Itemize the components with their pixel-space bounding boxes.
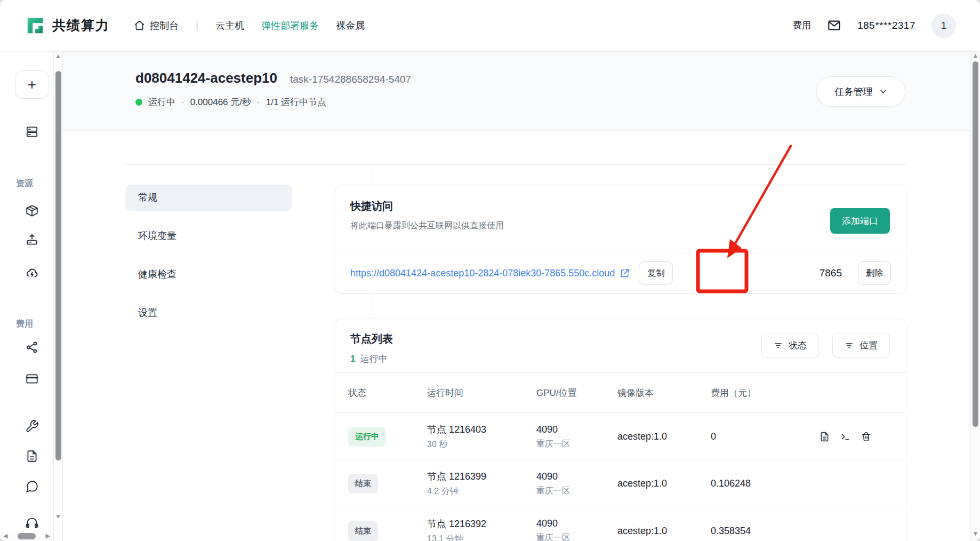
tab-health-check[interactable]: 健康检查 [125,261,292,288]
running-count-label: 运行中 [360,353,387,365]
table-header: 状态 运行时间 GPU/位置 镜像版本 费用（元） [335,373,906,413]
package-icon[interactable] [25,204,39,218]
log-icon[interactable] [819,431,830,442]
status-text: 运行中 [148,96,175,108]
scroll-right-arrow[interactable]: ▶ [46,533,50,539]
nav-item-console[interactable]: 控制台 [134,19,179,32]
task-manage-button[interactable]: 任务管理 [816,76,905,107]
node-count-text: 1/1 运行中节点 [266,96,326,108]
brand-logo-icon [25,15,45,36]
server-stack-icon[interactable] [25,125,39,139]
nav-item-cloud-host[interactable]: 云主机 [215,19,244,32]
tab-general[interactable]: 常规 [125,185,292,211]
nav-item-label: 裸金属 [336,19,365,32]
task-manage-label: 任务管理 [834,85,873,98]
nav-divider: | [196,19,198,31]
port-number: 7865 [820,267,842,279]
tab-settings[interactable]: 设置 [125,300,292,326]
filter-status-button[interactable]: 状态 [761,333,819,358]
node-cost: 0 [711,431,807,442]
nav-item-elastic-deploy[interactable]: 弹性部署服务 [261,19,319,32]
left-sidebar: + 资源 费用 [0,51,53,541]
add-port-button[interactable]: 添加端口 [830,208,890,234]
nav-fee-link[interactable]: 费用 [793,19,811,31]
chat-icon[interactable] [25,480,39,494]
quick-access-subtitle: 将此端口暴露到公共互联网以供直接使用 [350,220,891,232]
cloud-power-icon[interactable] [25,266,39,280]
filter-icon [774,341,783,350]
filter-bar: 状态 位置 [761,333,890,358]
service-url: https://d08041424-acestep10-2824-078iek3… [350,268,615,279]
scroll-down-arrow[interactable]: ▼ [54,513,62,520]
node-gpu: 4090 [536,424,617,435]
node-cost: 0.358354 [711,526,807,537]
brand-logo-link[interactable]: 共绩算力 [25,15,110,36]
nav-links: 控制台 | 云主机 弹性部署服务 裸金属 [134,19,365,32]
port-row: https://d08041424-acestep10-2824-078iek3… [335,253,906,293]
column-header-gpu: GPU/位置 [536,387,617,399]
create-task-button[interactable]: + [15,70,49,99]
home-icon [134,20,145,31]
scroll-left-arrow[interactable]: ◀ [3,533,7,539]
sidebar-horizontal-scrollbar: ◀ ▶ [0,531,53,541]
upload-image-icon[interactable] [25,233,39,246]
task-id: task-1754288658294-5407 [290,74,411,85]
chevron-down-icon [879,87,887,96]
node-image: acestep:1.0 [617,478,711,489]
avatar[interactable]: 1 [931,13,956,38]
service-url-link[interactable]: https://d08041424-acestep10-2824-078iek3… [350,268,630,279]
node-image: acestep:1.0 [617,526,711,537]
table-row: 结束 节点 1216399 4.2 分钟 4090 重庆一区 acestep:1… [335,460,906,507]
node-gpu: 4090 [536,518,617,529]
top-navbar: 共绩算力 控制台 | 云主机 弹性部署服务 裸金属 费用 [0,0,980,51]
sidebar-section-billing: 费用 [16,319,33,330]
quick-access-card: 快捷访问 将此端口暴露到公共互联网以供直接使用 添加端口 https://d08… [335,185,906,294]
main-panel: d08041424-acestep10 task-1754288658294-5… [63,51,970,541]
status-badge: 运行中 [348,427,386,447]
copy-url-button[interactable]: 复制 [639,261,673,285]
node-name: 节点 1216399 [427,470,536,483]
scroll-up-arrow[interactable]: ▲ [971,52,980,59]
nav-item-label: 云主机 [215,19,244,32]
filter-status-label: 状态 [789,339,807,352]
separator: · [181,97,184,108]
node-gpu: 4090 [536,471,617,482]
delete-port-button[interactable]: 删除 [858,261,891,285]
task-content: 常规 环境变量 健康检查 设置 快捷访问 将此端口暴露到公共互联网以供直接使用 … [63,131,970,541]
column-header-runtime: 运行时间 [427,387,536,399]
terminal-icon[interactable] [840,431,851,442]
separator: · [257,97,260,108]
support-headset-icon[interactable] [25,516,39,530]
vertical-scroll-thumb[interactable] [973,61,978,427]
column-header-image: 镜像版本 [617,387,711,399]
node-duration: 30 秒 [427,439,536,450]
tab-env-vars[interactable]: 环境变量 [125,223,292,249]
mail-icon[interactable] [827,18,841,33]
node-duration: 13.1 分钟 [427,534,536,541]
table-row: 运行中 节点 1216403 30 秒 4090 重庆一区 acestep:1.… [335,413,906,460]
node-image: acestep:1.0 [617,431,711,442]
nav-item-label: 弹性部署服务 [261,19,319,32]
scroll-up-arrow[interactable]: ▲ [54,52,62,60]
nav-right: 费用 185****2317 1 [793,13,956,38]
column-header-cost: 费用（元） [711,387,807,399]
account-phone[interactable]: 185****2317 [857,20,915,31]
status-dot [135,99,142,106]
column-header-status: 状态 [348,387,427,399]
trash-icon[interactable] [861,431,872,442]
sidebar-section-resources: 资源 [16,178,33,189]
horizontal-scroll-thumb[interactable] [18,533,36,539]
share-network-icon[interactable] [25,340,39,354]
nav-item-bare-metal[interactable]: 裸金属 [336,19,365,32]
table-row: 结束 节点 1216392 13.1 分钟 4090 重庆一区 acestep:… [335,507,906,541]
node-cost: 0.106248 [711,478,807,489]
node-location: 重庆一区 [536,486,617,497]
scroll-down-arrow[interactable]: ▼ [971,530,980,537]
nav-item-label: 控制台 [150,19,179,32]
billing-card-icon[interactable] [25,372,39,386]
document-icon[interactable] [25,449,39,463]
vertical-scroll-thumb[interactable] [55,71,61,460]
filter-location-button[interactable]: 位置 [832,333,890,358]
app-body: + 资源 费用 [0,51,980,541]
wrench-icon[interactable] [25,419,39,433]
